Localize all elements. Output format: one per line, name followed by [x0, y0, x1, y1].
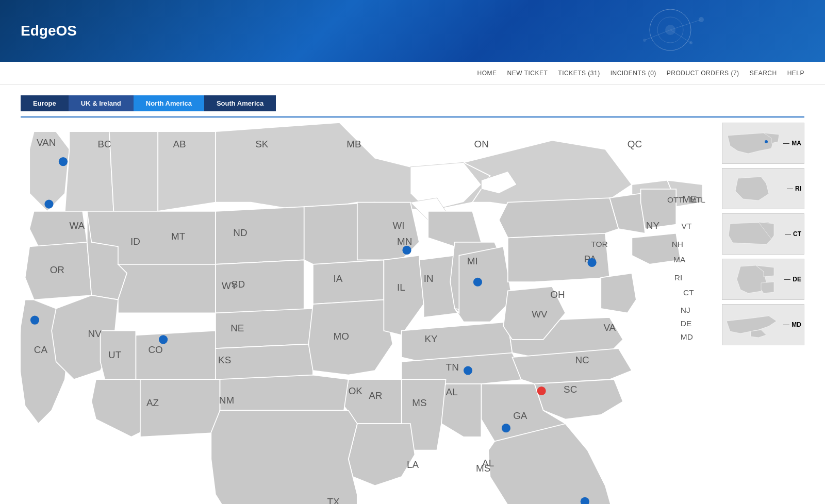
svg-point-8 [689, 41, 692, 44]
tab-uk-ireland[interactable]: UK & Ireland [69, 95, 134, 111]
inset-label-ri: RI [795, 185, 801, 192]
inset-label-ct: CT [793, 230, 801, 238]
nav-tickets[interactable]: TICKETS (31) [558, 70, 600, 77]
label-nh: NH [672, 240, 683, 248]
marker-mn[interactable] [402, 246, 411, 255]
navbar: HOME NEW TICKET TICKETS (31) INCIDENTS (… [0, 62, 825, 85]
marker-tn-red[interactable] [537, 387, 546, 395]
inset-label-md: MD [791, 321, 801, 328]
main-content: Europe UK & Ireland North America South … [0, 85, 825, 504]
nav-incidents[interactable]: INCIDENTS (0) [610, 70, 656, 77]
label-mtl: MTL [689, 195, 705, 204]
region-tabs: Europe UK & Ireland North America South … [21, 95, 804, 111]
tab-south-america[interactable]: South America [204, 95, 276, 111]
map-area: VAN BC AB SK MB ON QC NB NS OTT MTL TOR … [21, 123, 804, 504]
nav-new-ticket[interactable]: NEW TICKET [507, 70, 548, 77]
label-ms2: MS [476, 463, 490, 474]
marker-co[interactable] [159, 335, 168, 344]
label-on: ON [474, 139, 489, 149]
inset-label-ma: MA [791, 140, 801, 147]
svg-point-9 [765, 140, 768, 143]
label-ct: CT [683, 288, 694, 297]
inset-maps: MA RI CT [722, 123, 804, 504]
inset-label-de: DE [793, 276, 801, 283]
label-nj: NJ [681, 306, 690, 314]
header-decoration [619, 4, 722, 58]
label-ri: RI [674, 273, 682, 282]
inset-ct: CT [722, 213, 804, 255]
inset-ma: MA [722, 123, 804, 164]
marker-mi[interactable] [473, 278, 482, 287]
header: EdgeOS [0, 0, 825, 62]
label-qc: QC [628, 139, 642, 149]
marker-van[interactable] [59, 157, 68, 166]
logo: EdgeOS [21, 23, 77, 39]
label-tor: TOR [591, 240, 607, 248]
map-wrapper: VAN BC AB SK MB ON QC NB NS OTT MTL TOR … [21, 123, 712, 504]
nav-home[interactable]: HOME [477, 70, 497, 77]
us-map: VAN BC AB SK MB ON QC NB NS OTT MTL TOR … [21, 123, 712, 504]
marker-tn[interactable] [464, 366, 472, 375]
svg-line-5 [670, 20, 701, 30]
label-ma: MA [673, 255, 686, 264]
nav-items: HOME NEW TICKET TICKETS (31) INCIDENTS (… [477, 70, 804, 77]
nav-product-orders[interactable]: PRODUCT ORDERS (7) [667, 70, 739, 77]
tab-divider [21, 116, 804, 117]
label-ott: OTT [667, 195, 683, 204]
marker-wa[interactable] [44, 199, 53, 208]
inset-ri: RI [722, 168, 804, 209]
tab-europe[interactable]: Europe [21, 95, 69, 111]
inset-de: DE [722, 259, 804, 300]
marker-ga[interactable] [502, 424, 510, 432]
label-md: MD [681, 332, 693, 341]
marker-pa[interactable] [587, 258, 596, 267]
marker-ca[interactable] [30, 316, 39, 325]
svg-line-7 [670, 30, 691, 43]
label-de: DE [681, 319, 691, 328]
label-vt: VT [682, 222, 692, 230]
nav-help[interactable]: HELP [787, 70, 804, 77]
tab-north-america[interactable]: North America [134, 95, 204, 111]
nav-search[interactable]: SEARCH [750, 70, 777, 77]
inset-md: MD [722, 304, 804, 345]
